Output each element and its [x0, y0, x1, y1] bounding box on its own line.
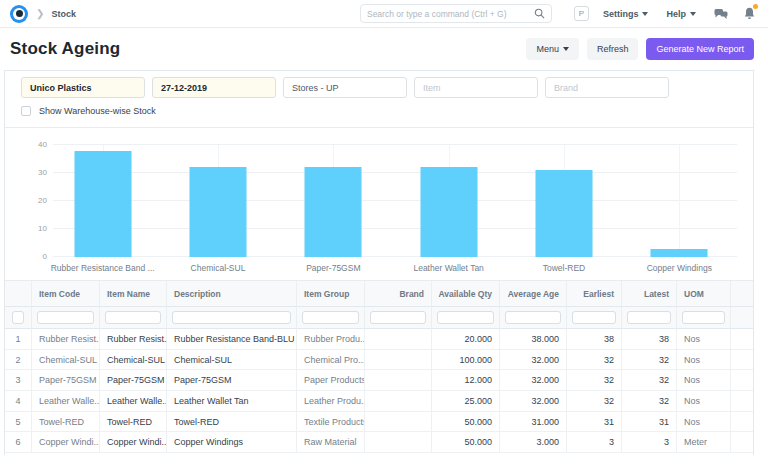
cell-uom[interactable]: Nos: [677, 391, 731, 412]
column-header-item-group[interactable]: Item Group: [297, 281, 365, 307]
cell-idx[interactable]: 6: [5, 432, 32, 453]
column-header-item-name[interactable]: Item Name: [100, 281, 167, 307]
column-filter-input[interactable]: [682, 311, 725, 324]
cell-brand[interactable]: [365, 412, 432, 433]
chart-bar-3[interactable]: [305, 167, 362, 257]
cell-item_group[interactable]: Textile Products: [297, 412, 365, 433]
cell-brand[interactable]: [365, 370, 432, 391]
chart-bar-1[interactable]: [74, 151, 131, 257]
cell-available_qty[interactable]: 25.000: [432, 391, 500, 412]
cell-item_name[interactable]: Towel-RED: [100, 412, 167, 433]
cell-earliest[interactable]: 32: [567, 350, 622, 371]
cell-description[interactable]: Towel-RED: [167, 412, 297, 433]
cell-description[interactable]: Paper-75GSM: [167, 370, 297, 391]
cell-idx[interactable]: 5: [5, 412, 32, 433]
cell-item_name[interactable]: Leather Walle...: [100, 391, 167, 412]
column-header-available-qty[interactable]: Available Qty: [432, 281, 500, 307]
show-warehouse-wise-stock-option[interactable]: Show Warehouse-wise Stock: [21, 106, 737, 116]
cell-earliest[interactable]: 32: [567, 370, 622, 391]
column-header-item-code[interactable]: Item Code: [32, 281, 100, 307]
generate-new-report-button[interactable]: Generate New Report: [646, 38, 754, 60]
cell-available_qty[interactable]: 50.000: [432, 412, 500, 433]
chart-bar-5[interactable]: [535, 170, 592, 257]
settings-menu[interactable]: Settings: [603, 9, 649, 19]
cell-latest[interactable]: 31: [622, 412, 677, 433]
item-filter-input[interactable]: [414, 77, 538, 98]
cell-uom[interactable]: Nos: [677, 350, 731, 371]
cell-latest[interactable]: 3: [622, 432, 677, 453]
cell-idx[interactable]: 1: [5, 329, 32, 350]
cell-description[interactable]: Copper Windings: [167, 432, 297, 453]
cell-item_code[interactable]: Rubber Resist...: [32, 329, 100, 350]
cell-description[interactable]: Chemical-SUL: [167, 350, 297, 371]
cell-uom[interactable]: Nos: [677, 412, 731, 433]
notifications-button[interactable]: [744, 7, 755, 20]
column-filter-input[interactable]: [105, 311, 161, 324]
cell-average_age[interactable]: 3.000: [500, 432, 567, 453]
cell-brand[interactable]: [365, 329, 432, 350]
column-filter-input[interactable]: [627, 311, 671, 324]
cell-description[interactable]: Leather Wallet Tan: [167, 391, 297, 412]
cell-item_code[interactable]: Chemical-SUL: [32, 350, 100, 371]
app-logo-icon[interactable]: [10, 5, 28, 23]
cell-item_code[interactable]: Copper Windi...: [32, 432, 100, 453]
menu-button[interactable]: Menu: [526, 38, 579, 60]
cell-earliest[interactable]: 38: [567, 329, 622, 350]
column-header-average-age[interactable]: Average Age: [500, 281, 567, 307]
show-warehouse-wise-stock-checkbox[interactable]: [21, 106, 31, 116]
cell-uom[interactable]: Meter: [677, 432, 731, 453]
cell-item_group[interactable]: Leather Produ...: [297, 391, 365, 412]
cell-earliest[interactable]: 3: [567, 432, 622, 453]
column-filter-input[interactable]: [12, 311, 24, 324]
column-filter-input[interactable]: [172, 311, 291, 324]
cell-average_age[interactable]: 32.000: [500, 350, 567, 371]
column-filter-input[interactable]: [370, 311, 426, 324]
cell-latest[interactable]: 32: [622, 370, 677, 391]
chart-bar-2[interactable]: [189, 167, 246, 257]
cell-brand[interactable]: [365, 350, 432, 371]
cell-uom[interactable]: Nos: [677, 370, 731, 391]
column-header-brand[interactable]: Brand: [365, 281, 432, 307]
chart-bar-4[interactable]: [420, 167, 477, 257]
warehouse-filter-input[interactable]: [283, 77, 407, 98]
cell-brand[interactable]: [365, 391, 432, 412]
cell-description[interactable]: Rubber Resistance Band-BLU: [167, 329, 297, 350]
cell-available_qty[interactable]: 100.000: [432, 350, 500, 371]
brand-filter-input[interactable]: [545, 77, 669, 98]
cell-latest[interactable]: 32: [622, 350, 677, 371]
cell-earliest[interactable]: 32: [567, 391, 622, 412]
column-header-description[interactable]: Description: [167, 281, 297, 307]
cell-available_qty[interactable]: 12.000: [432, 370, 500, 391]
cell-earliest[interactable]: 31: [567, 412, 622, 433]
cell-item_name[interactable]: Copper Windi...: [100, 432, 167, 453]
chat-button[interactable]: [714, 8, 728, 20]
cell-item_group[interactable]: Raw Material: [297, 432, 365, 453]
column-header-earliest[interactable]: Earliest: [567, 281, 622, 307]
cell-idx[interactable]: 2: [5, 350, 32, 371]
cell-average_age[interactable]: 31.000: [500, 412, 567, 433]
chart-bar-6[interactable]: [651, 249, 708, 257]
cell-item_group[interactable]: Rubber Produ...: [297, 329, 365, 350]
column-filter-input[interactable]: [302, 311, 359, 324]
column-header-latest[interactable]: Latest: [622, 281, 677, 307]
date-filter-input[interactable]: [152, 77, 276, 98]
global-search-input[interactable]: Search or type a command (Ctrl + G): [360, 4, 552, 23]
column-header-index[interactable]: [5, 281, 32, 307]
cell-average_age[interactable]: 32.000: [500, 391, 567, 412]
column-filter-input[interactable]: [505, 311, 561, 324]
column-header-uom[interactable]: UOM: [677, 281, 731, 307]
cell-average_age[interactable]: 32.000: [500, 370, 567, 391]
cell-item_group[interactable]: Paper Products: [297, 370, 365, 391]
company-filter-input[interactable]: [21, 77, 145, 98]
cell-item_name[interactable]: Paper-75GSM: [100, 370, 167, 391]
cell-idx[interactable]: 3: [5, 370, 32, 391]
cell-uom[interactable]: Nos: [677, 329, 731, 350]
cell-item_group[interactable]: Chemical Pro...: [297, 350, 365, 371]
cell-item_code[interactable]: Leather Walle...: [32, 391, 100, 412]
cell-item_name[interactable]: Rubber Resist...: [100, 329, 167, 350]
cell-average_age[interactable]: 38.000: [500, 329, 567, 350]
cell-idx[interactable]: 4: [5, 391, 32, 412]
cell-latest[interactable]: 32: [622, 391, 677, 412]
refresh-button[interactable]: Refresh: [587, 38, 639, 60]
cell-latest[interactable]: 38: [622, 329, 677, 350]
